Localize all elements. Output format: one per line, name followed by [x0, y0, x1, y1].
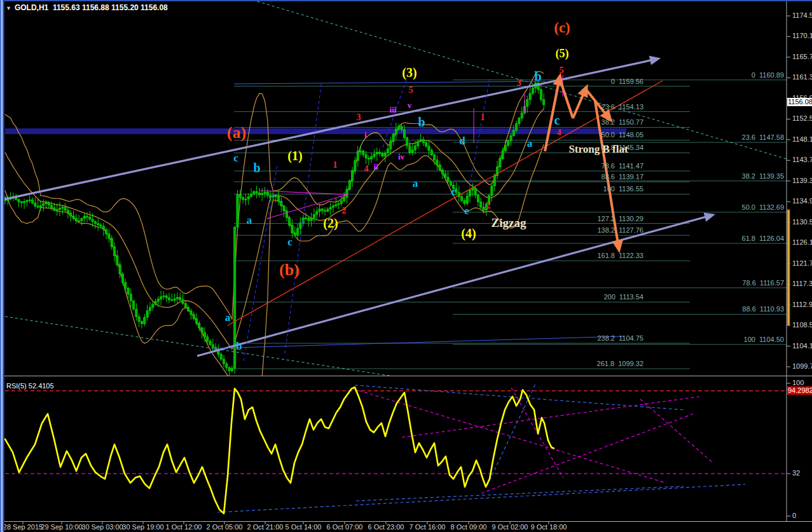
- price-axis-label: 1170.14: [792, 32, 812, 39]
- price-axis-label: 1117.34: [792, 280, 812, 287]
- wave-label[interactable]: (5): [524, 48, 600, 59]
- window-left-border: [0, 0, 4, 532]
- rsi-axis-label: 100: [792, 379, 804, 386]
- wave-label[interactable]: i: [327, 131, 404, 139]
- fib-level-label: 127.2 1130.29: [542, 215, 643, 222]
- fib-level-label: 88.6 1139.17: [542, 173, 643, 181]
- fib-level-label: 100 1104.50: [682, 336, 784, 343]
- price-axis-label: 1121.74: [792, 259, 812, 267]
- fib-level-label: 38.2 1139.35: [682, 172, 784, 180]
- fib-level-label: 50.0 1132.69: [682, 203, 784, 211]
- wave-label[interactable]: 2: [306, 207, 382, 215]
- fib-level-label: 100 1136.55: [542, 185, 643, 193]
- price-axis-label: 1152.54: [792, 114, 812, 122]
- wave-label[interactable]: 5: [373, 86, 449, 95]
- fib-level-label: 200 1113.54: [542, 293, 643, 301]
- wave-label[interactable]: (a): [198, 125, 275, 141]
- price-axis-label: 1143.74: [792, 156, 812, 163]
- wave-label[interactable]: Strong B flat: [560, 144, 637, 154]
- price-axis-label: 1130.54: [792, 218, 812, 226]
- wave-label[interactable]: b: [201, 341, 277, 351]
- wave-label[interactable]: b: [383, 116, 460, 128]
- fib-level-label: 238.2 1104.75: [542, 334, 643, 342]
- fib-level-label: 78.6 1141.47: [542, 162, 643, 170]
- current-price-box: 1156.08: [787, 98, 812, 106]
- price-axis-label: 1104.14: [792, 342, 812, 350]
- symbol-title-text: GOLD,H1 1155.63 1156.88 1155.20 1156.08: [15, 3, 168, 12]
- price-axis-label: 1134.94: [792, 197, 812, 205]
- price-axis-label: 1148.14: [792, 135, 812, 143]
- rsi-level-box: 94.2982: [787, 386, 812, 395]
- fib-level-label: 88.6 1110.93: [682, 305, 784, 313]
- price-axis-label: 1174.54: [792, 11, 812, 19]
- fib-level-label: 0 1160.89: [682, 71, 784, 79]
- price-axis-label: 1112.94: [792, 301, 812, 308]
- wave-label[interactable]: Zigzag: [471, 217, 547, 229]
- symbol-title: ▼GOLD,H1 1155.63 1156.88 1155.20 1156.08: [6, 3, 168, 12]
- wave-label[interactable]: b: [219, 161, 295, 174]
- fib-level-label: 161.8 1122.33: [542, 252, 643, 259]
- wave-label[interactable]: d: [424, 135, 500, 146]
- fib-level-label: 138.2 1127.76: [542, 226, 643, 234]
- wave-label[interactable]: a: [189, 312, 266, 323]
- wave-label[interactable]: iv: [363, 153, 439, 161]
- wave-label[interactable]: (c): [524, 20, 600, 35]
- fib-level-label: 23.6 1154.13: [542, 103, 643, 111]
- wave-label[interactable]: ii: [338, 163, 414, 171]
- time-axis-label: 9 Oct 18:00: [520, 523, 577, 531]
- fib-level-label: 78.6 1116.57: [682, 279, 784, 287]
- wave-label[interactable]: (b): [251, 262, 327, 278]
- price-axis-label: 1099.74: [792, 362, 812, 370]
- wave-label[interactable]: (2): [292, 217, 369, 229]
- price-axis-label: 1139.34: [792, 177, 812, 184]
- wave-label[interactable]: (3): [371, 66, 448, 79]
- wave-label[interactable]: a: [492, 138, 568, 149]
- price-axis-label: 1161.34: [792, 73, 812, 81]
- labels-layer: 0 1159.5623.6 1154.1338.2 1150.7750.0 11…: [0, 0, 812, 532]
- wave-label[interactable]: c: [519, 114, 595, 126]
- fib-level-label: 61.8 1126.04: [682, 235, 784, 242]
- wave-label[interactable]: a: [211, 215, 287, 226]
- price-axis-label: 1108.54: [792, 321, 812, 329]
- rsi-axis-label: 32: [792, 469, 800, 477]
- fib-level-label: 261.8 1099.32: [542, 360, 643, 367]
- window-top-border: [0, 0, 812, 1]
- rsi-axis-label: 0: [792, 512, 796, 519]
- fib-level-label: 23.6 1147.58: [682, 133, 784, 141]
- wave-label[interactable]: c: [252, 236, 328, 247]
- wave-label[interactable]: e: [429, 205, 505, 216]
- wave-label[interactable]: 4: [521, 128, 597, 137]
- price-axis-label: 1126.14: [792, 238, 812, 246]
- rsi-indicator-label: RSI(5) 52.4105: [6, 382, 54, 390]
- wave-label[interactable]: b: [500, 70, 576, 83]
- price-axis-label: 1165.74: [792, 53, 812, 60]
- chart-window: 0 1159.5623.6 1154.1338.2 1150.7750.0 11…: [0, 0, 812, 532]
- wave-label[interactable]: v: [371, 101, 448, 109]
- chart-dropdown-icon[interactable]: ▼: [6, 5, 11, 11]
- wave-label[interactable]: c: [415, 186, 492, 197]
